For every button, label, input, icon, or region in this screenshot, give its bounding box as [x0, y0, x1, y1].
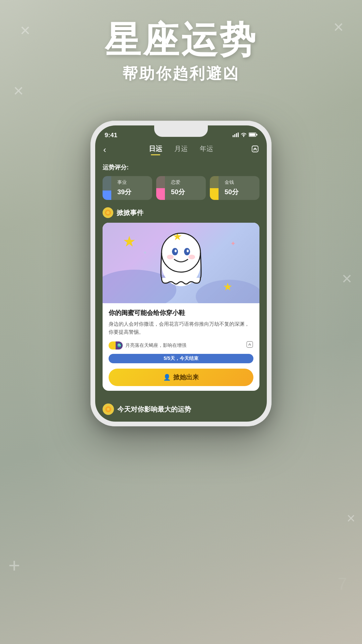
progress-text: 5/5天，今天结束 — [164, 356, 198, 362]
score-card-love: 恋爱 50分 — [156, 176, 206, 200]
score-cards: 事业 39分 恋爱 50分 — [103, 176, 259, 200]
tantan-title: 掀掀事件 — [117, 208, 143, 217]
money-label: 金钱 — [225, 179, 255, 185]
phone-notch — [154, 125, 208, 137]
love-value: 50分 — [171, 187, 202, 197]
svg-text:★: ★ — [173, 231, 182, 243]
bottom-title: 今天对你影响最大的运势 — [117, 405, 191, 414]
tab-yearly[interactable]: 年运 — [200, 144, 213, 155]
star-left: ★ — [123, 233, 136, 250]
svg-rect-1 — [234, 134, 235, 137]
card-share-icon[interactable] — [246, 341, 253, 350]
event-desc: 身边的人会对你撒谎，会用花言巧语将你推向万劫不复的深渊，你要提高警惕。 — [109, 320, 253, 336]
progress-bar: 5/5天，今天结束 — [109, 354, 253, 363]
tab-monthly[interactable]: 月运 — [174, 144, 188, 155]
phone-screen: 9:41 — [95, 125, 267, 422]
back-button[interactable]: ‹ — [103, 145, 115, 155]
star-tiny: ✦ — [143, 250, 147, 256]
svg-point-19 — [188, 255, 195, 259]
bottom-section: 今天对你影响最大的运势 — [95, 404, 267, 422]
score-card-career: 事业 39分 — [103, 176, 152, 200]
love-label: 恋爱 — [171, 179, 202, 185]
tab-daily[interactable]: 日运 — [149, 144, 162, 155]
ghost-character: ★ — [154, 231, 208, 289]
phone-outer: 9:41 — [90, 121, 272, 426]
content-area: 运势评分: 事业 39分 — [95, 158, 267, 404]
svg-rect-7 — [256, 134, 257, 136]
event-image: ★ ★ ✦ ✦ ★ — [103, 223, 259, 303]
nav-tabs: 日运 月运 年运 — [115, 144, 247, 155]
event-card: ★ ★ ✦ ✦ ★ — [103, 223, 259, 391]
deco-plus1: + — [8, 554, 20, 577]
battery-icon — [249, 132, 257, 138]
svg-point-23 — [107, 408, 110, 411]
moon-badge: 🌙 ♏ — [109, 341, 123, 350]
main-title: 星座运势 — [0, 20, 362, 60]
score-card-money: 金钱 50分 — [210, 176, 259, 200]
star-small: ✦ — [230, 239, 236, 248]
bottom-header: 今天对你影响最大的运势 — [103, 404, 259, 415]
tantan-icon — [103, 207, 113, 218]
nav-bar: ‹ 日运 月运 年运 — [95, 140, 267, 158]
event-title: 你的闺蜜可能会给你穿小鞋 — [109, 309, 253, 317]
svg-point-10 — [106, 211, 110, 214]
svg-rect-0 — [233, 135, 234, 137]
svg-point-18 — [167, 255, 174, 259]
moon-left: 🌙 ♏ 月亮落在天蝎座，影响在增强 — [109, 341, 186, 350]
status-time: 9:41 — [105, 131, 117, 139]
action-icon: 👤 — [163, 374, 171, 381]
signal-icon — [233, 132, 239, 138]
svg-point-4 — [243, 136, 244, 137]
bottom-section-icon — [103, 404, 114, 415]
tantan-section-header: 掀掀事件 — [103, 207, 259, 218]
sub-title: 帮助你趋利避凶 — [0, 63, 362, 84]
svg-rect-6 — [249, 133, 255, 136]
money-value: 50分 — [225, 187, 255, 197]
deco-x5: × — [347, 510, 355, 527]
moon-row: 🌙 ♏ 月亮落在天蝎座，影响在增强 — [109, 341, 253, 350]
title-area: 星座运势 帮助你趋利避凶 — [0, 20, 362, 84]
phone-mockup: 9:41 — [90, 121, 272, 426]
action-label: 掀她出来 — [173, 373, 199, 382]
career-label: 事业 — [117, 179, 148, 185]
svg-point-16 — [175, 250, 177, 252]
action-button[interactable]: 👤 掀她出来 — [109, 369, 253, 386]
moon-text: 月亮落在天蝎座，影响在增强 — [125, 342, 186, 348]
share-button[interactable] — [247, 145, 259, 155]
event-body: 你的闺蜜可能会给你穿小鞋 身边的人会对你撒谎，会用花言巧语将你推向万劫不复的深渊… — [103, 303, 259, 391]
score-label: 运势评分: — [103, 163, 259, 171]
svg-rect-3 — [238, 132, 239, 137]
deco-x4: × — [342, 268, 352, 288]
svg-rect-2 — [236, 133, 237, 137]
star-right: ★ — [223, 280, 233, 293]
career-value: 39分 — [117, 187, 148, 197]
wifi-icon — [241, 132, 247, 138]
deco-7: 7 — [338, 574, 347, 594]
svg-point-17 — [187, 250, 189, 252]
status-icons — [233, 132, 257, 138]
